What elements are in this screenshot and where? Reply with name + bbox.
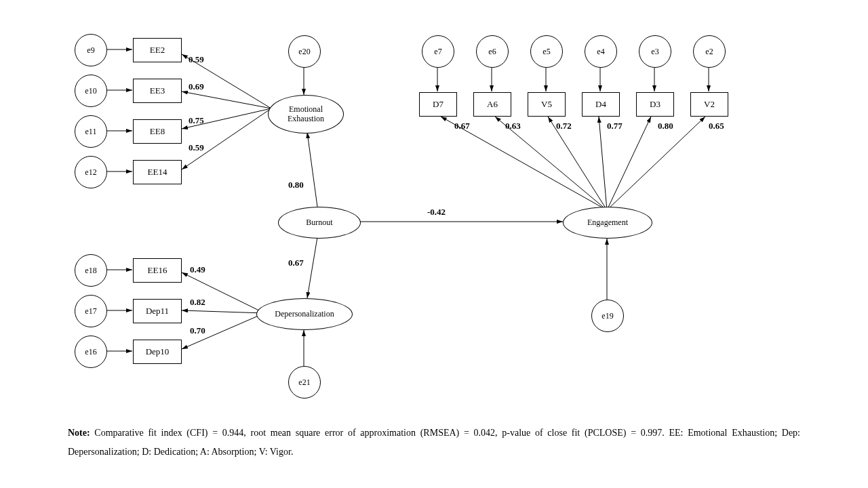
error-e19: e19 [591, 300, 624, 332]
label: Dep10 [146, 346, 170, 357]
label: EE14 [148, 167, 167, 178]
error-e10: e10 [75, 75, 107, 107]
label: e21 [298, 378, 310, 388]
indicator-EE14: EE14 [133, 160, 182, 184]
label: e9 [87, 45, 94, 56]
label: V2 [704, 99, 715, 110]
indicator-D7: D7 [419, 92, 457, 117]
path-burnout-engagement: -0.42 [427, 207, 446, 218]
label: EE3 [150, 85, 165, 96]
sem-arrows [0, 0, 868, 488]
label: D4 [595, 99, 606, 110]
error-e9: e9 [75, 34, 107, 66]
path-burnout-ee: 0.80 [288, 180, 304, 190]
latent-engagement: Engagement [563, 207, 652, 239]
label: e20 [298, 47, 310, 57]
error-e3: e3 [639, 35, 671, 68]
loading-EE8: 0.75 [189, 115, 204, 126]
label: e10 [85, 86, 96, 96]
label: e17 [85, 306, 96, 317]
error-e16: e16 [75, 336, 107, 368]
error-e6: e6 [476, 35, 509, 68]
label: Emotional Exhaustion [288, 105, 324, 123]
indicator-EE2: EE2 [133, 38, 182, 62]
loading-EE14: 0.59 [189, 142, 204, 153]
error-e7: e7 [422, 35, 454, 68]
label: EE2 [150, 45, 165, 56]
label: e11 [85, 127, 97, 137]
label: D7 [433, 99, 443, 110]
loading-EE16: 0.49 [190, 264, 205, 275]
loading-V5: 0.72 [556, 121, 572, 131]
loading-Dep11: 0.82 [190, 297, 205, 308]
error-e17: e17 [75, 295, 107, 327]
indicator-Dep10: Dep10 [133, 340, 182, 364]
loading-D7: 0.67 [454, 121, 470, 131]
fit-note: Note: Comparative fit index (CFI) = 0.94… [68, 424, 800, 462]
loading-EE3: 0.69 [189, 81, 204, 92]
latent-emotional-exhaustion: Emotional Exhaustion [268, 95, 344, 134]
loading-D4: 0.77 [607, 121, 623, 131]
error-e11: e11 [75, 115, 107, 148]
label: e16 [85, 347, 96, 357]
label: Depersonalization [275, 310, 334, 319]
error-e2: e2 [693, 35, 726, 68]
label: EE8 [150, 126, 165, 137]
label: e2 [705, 47, 713, 57]
loading-V2: 0.65 [709, 121, 724, 131]
label: Engagement [587, 218, 628, 227]
indicator-D4: D4 [582, 92, 620, 117]
loading-D3: 0.80 [658, 121, 673, 131]
indicator-A6: A6 [473, 92, 511, 117]
indicator-Dep11: Dep11 [133, 299, 182, 323]
label: e12 [85, 167, 96, 178]
loading-Dep10: 0.70 [190, 325, 205, 336]
latent-burnout: Burnout [278, 207, 361, 239]
label: Dep11 [146, 306, 169, 317]
label: EE16 [148, 265, 167, 276]
svg-line-9 [307, 132, 317, 207]
indicator-EE16: EE16 [133, 258, 182, 283]
note-body: Comparative fit index (CFI) = 0.944, roo… [68, 428, 800, 457]
label: e19 [601, 311, 613, 321]
error-e12: e12 [75, 156, 107, 188]
label: Burnout [306, 218, 332, 227]
indicator-V2: V2 [690, 92, 728, 117]
label: e18 [85, 266, 96, 276]
error-e5: e5 [530, 35, 563, 68]
error-e18: e18 [75, 254, 107, 287]
label: e6 [488, 47, 496, 57]
label: e7 [434, 47, 441, 57]
label: e5 [542, 47, 550, 57]
loading-A6: 0.63 [505, 121, 521, 131]
label: D3 [650, 99, 660, 110]
note-label: Note: [68, 428, 90, 438]
indicator-V5: V5 [528, 92, 566, 117]
error-e21: e21 [288, 366, 321, 399]
label: e3 [651, 47, 658, 57]
svg-line-16 [182, 310, 264, 313]
path-burnout-dep: 0.67 [288, 258, 304, 268]
error-e20: e20 [288, 35, 321, 68]
loading-EE2: 0.59 [189, 54, 204, 65]
label: A6 [487, 99, 498, 110]
svg-line-10 [307, 237, 317, 298]
label: e4 [597, 47, 604, 57]
indicator-D3: D3 [636, 92, 674, 117]
latent-depersonalization: Depersonalization [256, 298, 353, 330]
indicator-EE8: EE8 [133, 119, 182, 144]
error-e4: e4 [585, 35, 617, 68]
indicator-EE3: EE3 [133, 79, 182, 103]
label: V5 [541, 99, 552, 110]
svg-line-28 [599, 117, 607, 210]
